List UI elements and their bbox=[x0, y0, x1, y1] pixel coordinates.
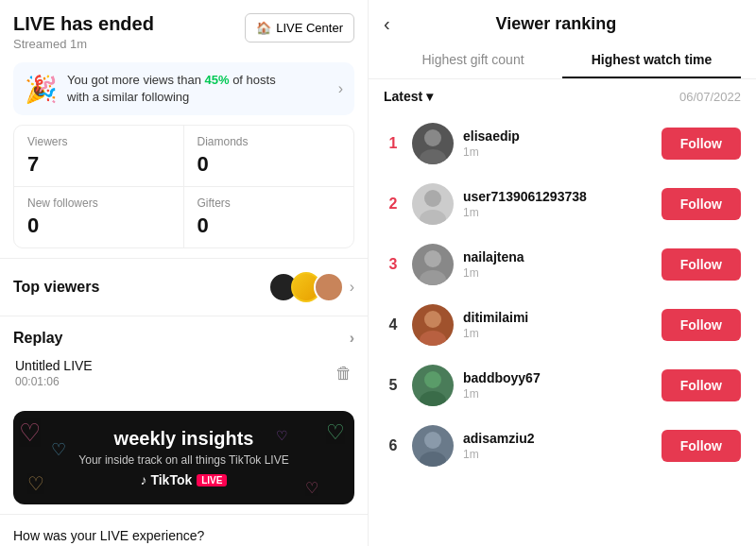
top-viewers-right: › bbox=[268, 272, 354, 302]
follow-button-5[interactable]: Follow bbox=[662, 369, 741, 401]
svg-point-5 bbox=[420, 270, 446, 285]
tiktok-logo: ♪ TikTok bbox=[141, 472, 193, 487]
follow-button-3[interactable]: Follow bbox=[662, 248, 741, 281]
avatar-ditimilaimi bbox=[412, 304, 454, 346]
feedback-title: How was your LIVE experience? bbox=[13, 528, 354, 543]
right-title: Viewer ranking bbox=[400, 14, 713, 34]
svg-point-7 bbox=[420, 331, 446, 346]
svg-point-8 bbox=[424, 371, 441, 388]
feedback-section: How was your LIVE experience? bbox=[0, 514, 368, 546]
stat-followers-value: 0 bbox=[27, 213, 170, 238]
table-row: 5 baddboyy67 1m Follow bbox=[376, 355, 748, 416]
trash-icon[interactable]: 🗑 bbox=[335, 364, 352, 384]
top-viewers-row[interactable]: Top viewers › bbox=[0, 258, 368, 316]
time-6: 1m bbox=[463, 448, 652, 461]
replay-label: Replay bbox=[13, 330, 62, 347]
stat-diamonds-label: Diamonds bbox=[198, 135, 341, 148]
table-row: 4 ditimilaimi 1m Follow bbox=[376, 295, 748, 355]
time-4: 1m bbox=[463, 327, 652, 340]
follow-button-6[interactable]: Follow bbox=[662, 430, 741, 462]
username-3: nailajtena bbox=[463, 249, 652, 264]
stat-followers-label: New followers bbox=[27, 196, 170, 210]
banner-left: 🎉 You got more views than 45% of hostswi… bbox=[25, 72, 276, 106]
streamed-sub: Streamed 1m bbox=[13, 37, 154, 51]
username-5: baddboyy67 bbox=[463, 370, 652, 385]
replay-chevron: › bbox=[350, 330, 354, 347]
home-icon: 🏠 bbox=[256, 21, 271, 35]
replay-item: Untitled LIVE 00:01:06 🗑 bbox=[13, 358, 354, 388]
table-row: 2 user7139061293738 1m Follow bbox=[376, 174, 748, 234]
follow-button-4[interactable]: Follow bbox=[662, 309, 741, 341]
live-badge: LIVE bbox=[197, 474, 227, 486]
filter-date: 06/07/2022 bbox=[679, 90, 741, 104]
username-2: user7139061293738 bbox=[463, 189, 652, 204]
viewer-info-3: nailajtena 1m bbox=[463, 249, 652, 280]
replay-title-row[interactable]: Replay › bbox=[13, 330, 354, 347]
time-5: 1m bbox=[463, 387, 652, 401]
title-block: LIVE has ended Streamed 1m bbox=[13, 13, 154, 51]
rank-number-5: 5 bbox=[384, 377, 403, 394]
follow-button-2[interactable]: Follow bbox=[662, 188, 741, 220]
rank-number-1: 1 bbox=[384, 135, 403, 152]
live-ended-title: LIVE has ended bbox=[13, 13, 154, 35]
svg-point-11 bbox=[420, 452, 446, 467]
tiktok-live-badge: ♪ TikTok LIVE bbox=[141, 472, 228, 487]
username-4: ditimilaimi bbox=[463, 310, 652, 325]
svg-point-9 bbox=[420, 391, 446, 406]
follow-button-1[interactable]: Follow bbox=[662, 128, 741, 160]
viewer-info-6: adisamziu2 1m bbox=[463, 431, 652, 461]
avatar-3 bbox=[314, 272, 344, 302]
views-banner[interactable]: 🎉 You got more views than 45% of hostswi… bbox=[13, 62, 354, 115]
replay-item-info: Untitled LIVE 00:01:06 bbox=[15, 358, 93, 388]
latest-filter[interactable]: Latest ▾ bbox=[384, 89, 433, 104]
avatar-adisamziu2 bbox=[412, 425, 454, 467]
insights-title: weekly insights bbox=[114, 428, 254, 450]
rank-number-4: 4 bbox=[384, 316, 403, 333]
avatar-baddboyy67 bbox=[412, 365, 454, 406]
live-center-button[interactable]: 🏠 LIVE Center bbox=[245, 13, 354, 43]
insights-banner[interactable]: ♡ ♡ ♡ ♡ ♡ ♡ weekly insights Your inside … bbox=[13, 411, 354, 504]
banner-highlight: 45% bbox=[205, 73, 230, 87]
svg-point-1 bbox=[420, 149, 446, 164]
svg-point-0 bbox=[424, 129, 441, 146]
svg-point-4 bbox=[424, 250, 441, 267]
table-row: 3 nailajtena 1m Follow bbox=[376, 234, 748, 295]
stat-diamonds-value: 0 bbox=[198, 152, 341, 177]
rank-number-2: 2 bbox=[384, 196, 403, 213]
viewer-info-1: elisaedip 1m bbox=[463, 128, 652, 159]
tab-highest-watch-time[interactable]: Highest watch time bbox=[562, 43, 741, 78]
replay-item-duration: 00:01:06 bbox=[15, 375, 93, 388]
tab-row: Highest gift count Highest watch time bbox=[369, 43, 756, 79]
chevron-down-icon: ▾ bbox=[426, 89, 433, 104]
filter-label: Latest bbox=[384, 89, 422, 104]
avatar-elisaedip bbox=[412, 123, 454, 164]
table-row: 6 adisamziu2 1m Follow bbox=[376, 416, 748, 476]
time-3: 1m bbox=[463, 266, 652, 280]
stat-new-followers: New followers 0 bbox=[14, 187, 184, 247]
username-6: adisamziu2 bbox=[463, 431, 652, 446]
stat-gifters-value: 0 bbox=[198, 213, 341, 238]
party-icon: 🎉 bbox=[25, 74, 58, 105]
viewer-info-5: baddboyy67 1m bbox=[463, 370, 652, 401]
stat-viewers: Viewers 7 bbox=[14, 126, 184, 187]
viewer-info-2: user7139061293738 1m bbox=[463, 189, 652, 219]
rank-number-3: 3 bbox=[384, 256, 403, 273]
back-button[interactable]: ‹ bbox=[384, 13, 390, 35]
tab-highest-gift-count[interactable]: Highest gift count bbox=[384, 43, 562, 78]
right-header: ‹ Viewer ranking bbox=[369, 0, 756, 43]
ranking-list: 1 elisaedip 1m Follow 2 user713906129373… bbox=[369, 113, 756, 546]
replay-item-title: Untitled LIVE bbox=[15, 358, 93, 373]
viewer-info-4: ditimilaimi 1m bbox=[463, 310, 652, 340]
right-panel: ‹ Viewer ranking Highest gift count High… bbox=[369, 0, 756, 546]
left-panel: LIVE has ended Streamed 1m 🏠 LIVE Center… bbox=[0, 0, 369, 546]
stats-grid: Viewers 7 Diamonds 0 New followers 0 Gif… bbox=[13, 125, 354, 248]
stat-gifters: Gifters 0 bbox=[184, 187, 354, 247]
header-row: LIVE has ended Streamed 1m 🏠 LIVE Center bbox=[0, 0, 368, 55]
stat-gifters-label: Gifters bbox=[198, 196, 341, 210]
replay-section: Replay › Untitled LIVE 00:01:06 🗑 bbox=[0, 316, 368, 401]
rank-number-6: 6 bbox=[384, 437, 403, 454]
time-1: 1m bbox=[463, 145, 652, 159]
table-row: 1 elisaedip 1m Follow bbox=[376, 113, 748, 174]
filter-row: Latest ▾ 06/07/2022 bbox=[369, 79, 756, 113]
avatar-stack bbox=[268, 272, 344, 302]
